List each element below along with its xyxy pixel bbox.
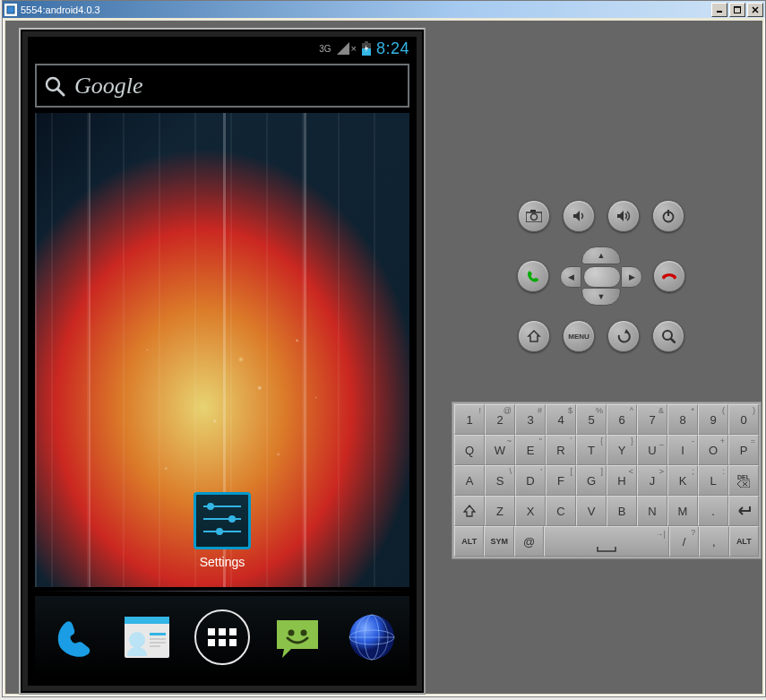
maximize-button[interactable] <box>729 3 745 17</box>
signal-icon <box>337 42 349 55</box>
key-u[interactable]: U_ <box>637 435 667 465</box>
svg-rect-15 <box>150 638 166 640</box>
call-icon <box>526 269 540 283</box>
key-9[interactable]: 9( <box>698 404 728 435</box>
key-del[interactable]: DEL <box>728 465 759 496</box>
key-8[interactable]: 8* <box>667 404 698 435</box>
menu-button[interactable]: MENU <box>563 320 595 352</box>
device-screen: 3G × 8:24 Google <box>28 37 417 686</box>
shortcut-settings[interactable]: Settings <box>182 492 263 569</box>
search-icon <box>44 75 65 97</box>
key-,[interactable]: , <box>699 526 728 557</box>
home-wallpaper[interactable]: Settings <box>35 113 409 587</box>
camera-icon <box>526 210 542 222</box>
key-1[interactable]: 1! <box>454 404 485 435</box>
svg-rect-14 <box>150 633 166 635</box>
key-4[interactable]: 4$ <box>546 404 576 435</box>
key-0[interactable]: 0) <box>728 404 759 435</box>
key-y[interactable]: Y} <box>607 435 637 465</box>
svg-line-10 <box>57 89 64 95</box>
search-widget[interactable]: Google <box>35 64 409 108</box>
key-⇧[interactable] <box>454 496 485 526</box>
svg-rect-0 <box>7 6 14 13</box>
key-p[interactable]: P= <box>728 435 759 465</box>
end-call-button[interactable] <box>653 260 685 292</box>
hotseat-messaging[interactable] <box>267 607 328 668</box>
key-f[interactable]: F[ <box>546 465 576 496</box>
key-l[interactable]: L: <box>698 465 728 496</box>
dpad-up[interactable]: ▲ <box>581 246 621 264</box>
camera-button[interactable] <box>518 200 550 232</box>
contacts-icon <box>121 611 173 663</box>
power-button[interactable] <box>652 200 684 232</box>
key-k[interactable]: K; <box>667 465 698 496</box>
back-button[interactable] <box>607 320 640 352</box>
key-o[interactable]: O+ <box>698 435 728 465</box>
search-button[interactable] <box>652 320 684 352</box>
key-v[interactable]: V <box>576 496 607 526</box>
home-button[interactable] <box>518 320 550 352</box>
key-5[interactable]: 5% <box>576 404 607 435</box>
svg-point-18 <box>288 630 294 636</box>
key-t[interactable]: T{ <box>576 435 607 465</box>
close-button[interactable] <box>747 3 763 17</box>
dpad-down[interactable]: ▼ <box>581 288 621 306</box>
hotseat <box>35 596 409 678</box>
svg-rect-26 <box>530 210 536 212</box>
svg-line-31 <box>671 339 675 342</box>
hotseat-app-drawer[interactable] <box>192 607 253 668</box>
key-r[interactable]: R` <box>546 435 576 465</box>
key-3[interactable]: 3# <box>515 404 546 435</box>
key-a[interactable]: A <box>454 465 485 496</box>
hotseat-phone[interactable] <box>42 607 103 668</box>
svg-point-19 <box>300 630 306 636</box>
app-icon <box>4 4 17 16</box>
key-⌴[interactable]: →| <box>544 526 668 557</box>
key-2[interactable]: 2@ <box>485 404 515 435</box>
key-g[interactable]: G] <box>576 465 607 496</box>
svg-point-27 <box>531 214 538 220</box>
dpad-center[interactable] <box>583 266 621 288</box>
hotseat-contacts[interactable] <box>116 607 177 668</box>
key-j[interactable]: J> <box>637 465 667 496</box>
key-7[interactable]: 7& <box>637 404 667 435</box>
key-/[interactable]: /? <box>669 526 699 557</box>
app-drawer-icon <box>194 609 250 665</box>
volume-up-button[interactable] <box>607 200 640 232</box>
key-x[interactable]: X <box>515 496 546 526</box>
key-d[interactable]: D' <box>515 465 546 496</box>
svg-rect-16 <box>150 642 166 644</box>
menu-label: MENU <box>568 333 590 341</box>
key-m[interactable]: M <box>667 496 698 526</box>
key-s[interactable]: S\ <box>485 465 515 496</box>
hotseat-browser[interactable] <box>341 607 402 668</box>
key-q[interactable]: Q <box>454 435 485 465</box>
key-.[interactable]: . <box>698 496 728 526</box>
key-↵[interactable] <box>728 496 759 526</box>
key-6[interactable]: 6^ <box>607 404 637 435</box>
volume-down-button[interactable] <box>563 200 595 232</box>
key-alt[interactable]: ALT <box>729 526 759 557</box>
key-w[interactable]: W~ <box>485 435 515 465</box>
key-h[interactable]: H< <box>607 465 637 496</box>
key-alt[interactable]: ALT <box>454 526 484 557</box>
svg-point-13 <box>129 632 145 648</box>
status-bar[interactable]: 3G × 8:24 <box>28 37 417 60</box>
key-@[interactable]: @ <box>514 526 544 557</box>
client-area: 3G × 8:24 Google <box>5 21 762 694</box>
key-i[interactable]: I- <box>667 435 698 465</box>
minimize-button[interactable] <box>711 3 727 17</box>
network-type-label: 3G <box>319 44 331 54</box>
call-button[interactable] <box>517 260 549 292</box>
messaging-icon <box>271 611 323 663</box>
window-title: 5554:android4.0.3 <box>21 4 100 15</box>
key-z[interactable]: Z <box>485 496 515 526</box>
dpad-left[interactable]: ◀ <box>560 266 581 288</box>
volume-down-icon <box>572 209 586 223</box>
key-e[interactable]: E" <box>515 435 546 465</box>
key-c[interactable]: C <box>546 496 576 526</box>
dpad-right[interactable]: ▶ <box>621 266 642 288</box>
key-b[interactable]: B <box>607 496 637 526</box>
key-n[interactable]: N <box>637 496 667 526</box>
key-sym[interactable]: SYM <box>484 526 513 557</box>
